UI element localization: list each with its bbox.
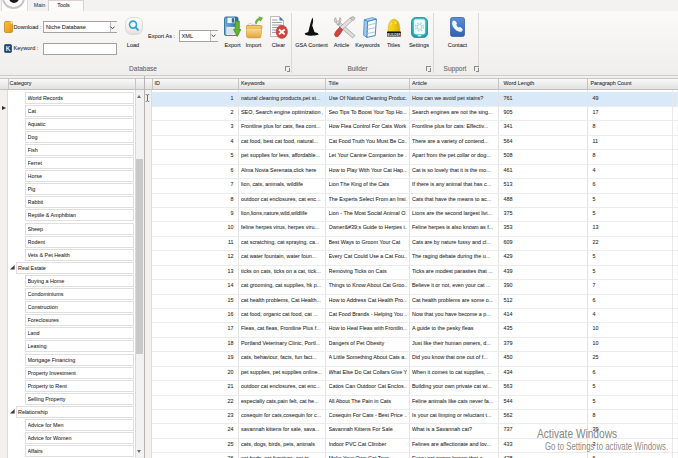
svg-text:K: K <box>6 44 11 51</box>
svg-text:BUILDER: BUILDER <box>387 33 401 37</box>
